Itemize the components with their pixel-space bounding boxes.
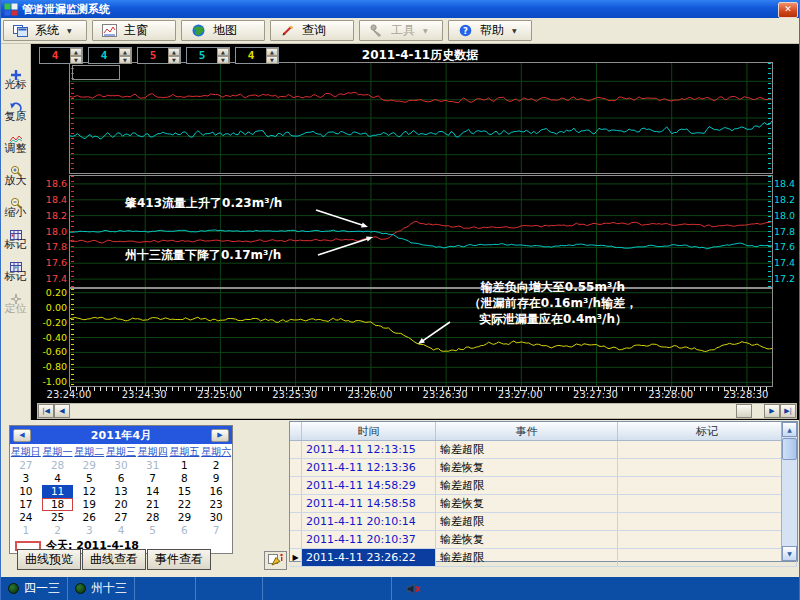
- sidebar-tool-调整-2[interactable]: 调整: [1, 130, 30, 155]
- toolbar-button-地图[interactable]: 地图: [181, 20, 265, 41]
- calendar-day[interactable]: 6: [169, 524, 201, 537]
- calendar-day[interactable]: 30: [105, 459, 137, 472]
- pressure-panel[interactable]: [69, 62, 773, 174]
- toolbar-button-帮助[interactable]: ?帮助▼: [448, 20, 532, 41]
- calendar-day[interactable]: 19: [73, 498, 105, 511]
- calendar-next-button[interactable]: ▶: [211, 429, 229, 442]
- table-row[interactable]: ▶2011-4-11 23:26:22输差超限: [290, 549, 797, 567]
- column-header-事件[interactable]: 事件: [436, 422, 618, 440]
- scroll-up-icon[interactable]: ▲: [782, 422, 797, 437]
- calendar-day[interactable]: 31: [137, 459, 169, 472]
- calendar-day[interactable]: 6: [105, 472, 137, 485]
- calendar-day[interactable]: 15: [169, 485, 201, 498]
- table-row[interactable]: 2011-4-11 20:10:14输差超限: [290, 513, 797, 531]
- spinner-down-icon[interactable]: ▼: [70, 56, 82, 64]
- scroll-left-button[interactable]: ◀: [54, 404, 70, 418]
- scroll-first-button[interactable]: |◀: [38, 404, 54, 418]
- calendar-prev-button[interactable]: ◀: [13, 429, 31, 442]
- action-button-曲线预览[interactable]: 曲线预览: [17, 549, 81, 570]
- calendar-day[interactable]: 14: [137, 485, 169, 498]
- diff-panel[interactable]: 0.200.00-0.20-0.40-0.60-0.80-1.00输差负向增大至…: [69, 288, 773, 387]
- calendar-day[interactable]: 5: [137, 524, 169, 537]
- calendar-day[interactable]: 1: [10, 524, 42, 537]
- spinner-down-icon[interactable]: ▼: [119, 56, 131, 64]
- calendar-day[interactable]: 27: [105, 511, 137, 524]
- spinner-up-icon[interactable]: ▲: [266, 48, 278, 56]
- column-header-时间[interactable]: 时间: [302, 422, 436, 440]
- table-row[interactable]: 2011-4-11 14:58:29输差超限: [290, 477, 797, 495]
- sidebar-tool-复原-1[interactable]: 复原: [1, 98, 30, 123]
- calendar-day[interactable]: 29: [73, 459, 105, 472]
- calendar-day[interactable]: 21: [137, 498, 169, 511]
- calendar-day[interactable]: 11: [42, 485, 74, 498]
- calendar-weekdays: 星期日星期一星期二星期三星期四星期五星期六: [10, 444, 232, 459]
- sidebar-tool-光标-0[interactable]: 光标: [1, 66, 30, 91]
- table-row[interactable]: 2011-4-11 20:10:37输差恢复: [290, 531, 797, 549]
- calendar-day[interactable]: 22: [169, 498, 201, 511]
- scroll-last-button[interactable]: ▶|: [780, 404, 796, 418]
- scroll-down-icon[interactable]: ▼: [782, 546, 797, 561]
- scroll-right-button[interactable]: ▶: [764, 404, 780, 418]
- calendar-day[interactable]: 1: [169, 459, 201, 472]
- sidebar-tool-放大-3[interactable]: 放大: [1, 162, 30, 187]
- calendar-day[interactable]: 28: [137, 511, 169, 524]
- toolbar-button-主窗[interactable]: 主窗: [92, 20, 176, 41]
- calendar-day[interactable]: 28: [42, 459, 74, 472]
- app-icon: [4, 3, 18, 16]
- spinner-up-icon[interactable]: ▲: [70, 48, 82, 56]
- column-header-标记[interactable]: 标记: [618, 422, 797, 440]
- sidebar-tool-缩小-4[interactable]: 缩小: [1, 194, 30, 219]
- pipeline-status-四一三[interactable]: 四一三: [1, 577, 68, 600]
- calendar-day[interactable]: 9: [200, 472, 232, 485]
- spinner-down-icon[interactable]: ▼: [217, 56, 229, 64]
- calendar-day[interactable]: 4: [105, 524, 137, 537]
- calendar-day[interactable]: 3: [10, 472, 42, 485]
- sidebar-tool-标记-6[interactable]: 标记: [1, 258, 30, 283]
- calendar-day[interactable]: 13: [105, 485, 137, 498]
- calendar-day[interactable]: 25: [42, 511, 74, 524]
- calendar-day[interactable]: 27: [10, 459, 42, 472]
- calendar-day[interactable]: 30: [200, 511, 232, 524]
- sound-muted-icon[interactable]: [406, 577, 421, 600]
- calendar-day[interactable]: 26: [73, 511, 105, 524]
- calendar-day[interactable]: 5: [73, 472, 105, 485]
- action-button-曲线查看[interactable]: 曲线查看: [82, 549, 146, 570]
- sidebar-tool-标记-5[interactable]: 标记: [1, 226, 30, 251]
- pipeline-status-州十三[interactable]: 州十三: [68, 577, 135, 600]
- close-icon[interactable]: ✕: [778, 2, 798, 18]
- action-button-事件查看[interactable]: 事件查看: [147, 549, 211, 570]
- spinner-up-icon[interactable]: ▲: [217, 48, 229, 56]
- flow-panel[interactable]: 18.618.418.218.017.817.617.418.418.218.0…: [69, 175, 773, 288]
- table-row[interactable]: 2011-4-11 12:13:15输差超限: [290, 441, 797, 459]
- calendar-day[interactable]: 20: [105, 498, 137, 511]
- spinner-down-icon[interactable]: ▼: [266, 56, 278, 64]
- spinner-up-icon[interactable]: ▲: [119, 48, 131, 56]
- calendar-day[interactable]: 10: [10, 485, 42, 498]
- spinner-up-icon[interactable]: ▲: [168, 48, 180, 56]
- calendar-day[interactable]: 8: [169, 472, 201, 485]
- table-scrollbar[interactable]: ▲ ▼: [781, 422, 797, 561]
- chart-scrollbar[interactable]: |◀◀▶▶|: [37, 403, 797, 419]
- table-row[interactable]: 2011-4-11 12:13:36输差恢复: [290, 459, 797, 477]
- calendar-day[interactable]: 2: [200, 459, 232, 472]
- export-button[interactable]: [264, 551, 287, 570]
- table-cell: 输差恢复: [436, 531, 618, 548]
- toolbar-button-查询[interactable]: 查询: [270, 20, 354, 41]
- calendar-day[interactable]: 18: [42, 498, 74, 511]
- calendar-day[interactable]: 3: [73, 524, 105, 537]
- table-scroll-thumb[interactable]: [782, 438, 797, 460]
- chart-scroll-thumb[interactable]: [736, 404, 752, 418]
- calendar-day[interactable]: 7: [200, 524, 232, 537]
- calendar-day[interactable]: 16: [200, 485, 232, 498]
- calendar-day[interactable]: 4: [42, 472, 74, 485]
- calendar-day[interactable]: 2: [42, 524, 74, 537]
- calendar-day[interactable]: 17: [10, 498, 42, 511]
- calendar-day[interactable]: 12: [73, 485, 105, 498]
- calendar-day[interactable]: 24: [10, 511, 42, 524]
- toolbar-button-系统[interactable]: 系统▼: [3, 20, 87, 41]
- calendar-day[interactable]: 7: [137, 472, 169, 485]
- table-row[interactable]: 2011-4-11 14:58:58输差恢复: [290, 495, 797, 513]
- calendar-day[interactable]: 29: [169, 511, 201, 524]
- spinner-down-icon[interactable]: ▼: [168, 56, 180, 64]
- calendar-day[interactable]: 23: [200, 498, 232, 511]
